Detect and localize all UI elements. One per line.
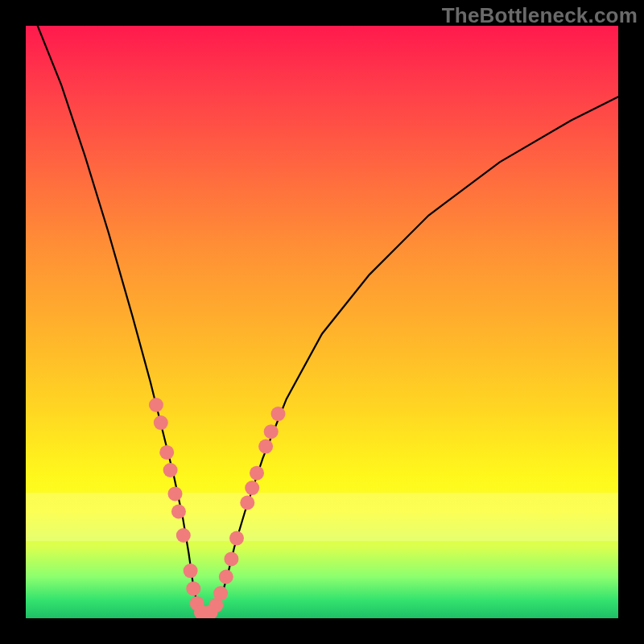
- data-marker: [258, 440, 273, 454]
- chart-frame: TheBottleneck.com: [0, 0, 644, 644]
- data-marker: [204, 605, 218, 618]
- data-marker: [271, 407, 286, 421]
- data-marker: [149, 398, 163, 412]
- bottleneck-curve: [38, 26, 618, 613]
- highlight-band: [26, 493, 618, 541]
- data-marker: [186, 581, 200, 596]
- data-marker: [250, 466, 264, 481]
- data-marker: [163, 463, 178, 477]
- data-marker: [176, 528, 191, 543]
- data-marker: [224, 551, 238, 566]
- data-marker: [240, 496, 254, 510]
- data-marker: [154, 415, 168, 430]
- watermark-text: TheBottleneck.com: [442, 3, 638, 28]
- data-marker: [159, 445, 174, 460]
- plot-area: [26, 26, 618, 618]
- data-marker: [229, 531, 244, 546]
- data-marker: [184, 564, 198, 578]
- marker-group: [149, 398, 286, 618]
- data-marker: [208, 598, 223, 613]
- data-marker: [213, 586, 228, 601]
- data-marker: [199, 606, 213, 618]
- data-marker: [168, 486, 183, 501]
- curve-layer: [26, 26, 618, 618]
- data-marker: [194, 605, 208, 618]
- data-marker: [245, 481, 259, 495]
- data-marker: [264, 424, 279, 439]
- data-marker: [219, 570, 233, 584]
- data-marker: [171, 505, 186, 519]
- data-marker: [190, 597, 204, 611]
